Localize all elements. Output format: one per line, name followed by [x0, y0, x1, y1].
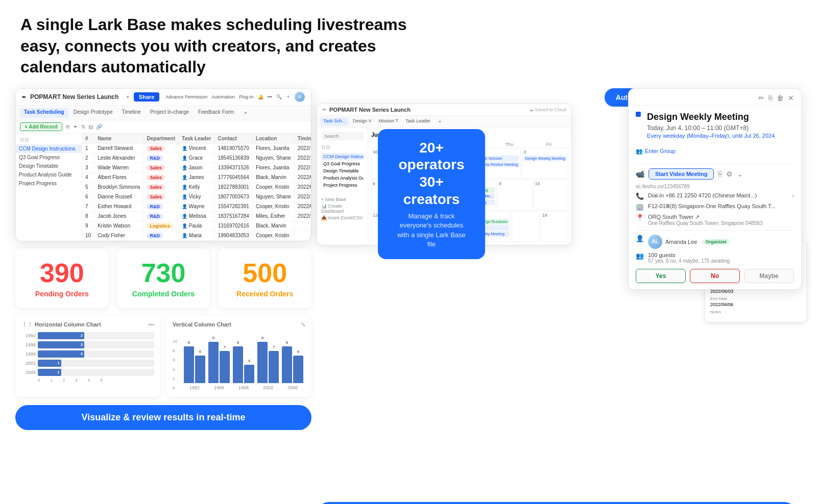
rsvp-row: Yes No Maybe [636, 269, 794, 283]
tab-feedback-form[interactable]: Feedback Form [194, 108, 238, 118]
cal-topbar: ⬅ POPMART New Series Launch ☁ Saved to C… [317, 104, 571, 116]
rsvp-maybe-button[interactable]: Maybe [744, 269, 794, 283]
chevron-down-icon[interactable]: ⌄ [737, 170, 743, 178]
cal-cell-19: 19 [541, 211, 568, 242]
cta-right-button[interactable]: Quickly create a team schedule calendar [317, 502, 797, 504]
cal-sidebar: Search 目目 CCM Design Instructions Q3 Goa… [317, 128, 368, 245]
sidebar-product-analysis[interactable]: Product Analysis Guide [16, 170, 82, 179]
copy-icon[interactable]: ⎘ [718, 170, 722, 178]
lark-topbar: ⬅ POPMART New Series Launch ★ Share Adva… [16, 89, 311, 106]
vbar-group: 84 [233, 346, 254, 383]
hbar-row: 2002 1 [21, 360, 154, 367]
cal-tab-tasksch[interactable]: Task Sch... [320, 117, 349, 126]
tab-design-prototype[interactable]: Design Prototype [69, 108, 117, 118]
enter-group-link[interactable]: 👥 Enter Group [636, 148, 676, 155]
cal-detail-popup: ✏ ⎘ 🗑 ✕ Design Weekly Meeting Today, Jun… [628, 88, 802, 290]
guests-icon: 👥 [636, 252, 644, 260]
organizer-name: Amanda Lee [665, 239, 697, 245]
close-icon[interactable]: ✕ [788, 94, 794, 102]
share-icon[interactable]: ⎘ [768, 94, 773, 102]
vbar-group: 97 [208, 342, 230, 383]
table-row: 7 Esther Howard R&D 👤 Wayne 15547282391 … [82, 201, 311, 211]
edit-icon[interactable]: ✏ [758, 94, 764, 102]
vbar-chart-area: 0246810 8697849786 19921996199820022006 [173, 332, 305, 390]
rsvp-yes-button[interactable]: Yes [636, 269, 686, 283]
location-name: ORQ South Tower ↗ [648, 214, 762, 220]
organizer-badge: Organizer [702, 239, 730, 245]
page-header: A single Lark Base makes scheduling live… [0, 0, 817, 88]
cal-tab-taskleader[interactable]: Task Leader [402, 117, 434, 126]
hbar-chart: 1992 2 1996 2 1998 2 2002 [21, 332, 154, 376]
room-text: F12-01Ⅲ(8) Singapore-One Raffles Quay So… [648, 203, 776, 210]
stats-row: 390 Pending Orders 730 Completed Orders … [15, 248, 311, 308]
tab-add[interactable]: ＋ [239, 108, 252, 118]
stats-bubble: 20+ operators 30+ creators Manage & trac… [378, 129, 485, 259]
rsvp-no-button[interactable]: No [690, 269, 740, 283]
cal-tab-add[interactable]: ＋ [435, 117, 445, 126]
tab-project-incharge[interactable]: Project In-charge [146, 108, 193, 118]
cdp-date: Today, Jun 4, 10:00 – 11:00 (GMT+8) [647, 124, 775, 132]
lark-base-mockup: ⬅ POPMART New Series Launch ★ Share Adva… [15, 88, 311, 241]
settings-icon[interactable]: ⚙ [726, 170, 733, 178]
left-panel: ⬅ POPMART New Series Launch ★ Share Adva… [10, 88, 317, 504]
req-notes-field: Notes [710, 310, 801, 314]
lark-toolbar: + Add Record ⚙ ⏷ ⇅ ▤ 🔗 [16, 120, 311, 134]
req-enddate-val: 2022/06/06 [710, 302, 801, 307]
add-record-button[interactable]: + Add Record [20, 122, 62, 131]
phone-icon: 📞 [636, 192, 644, 200]
sidebar-q3[interactable]: Q3 Goal Progress [16, 153, 82, 162]
cal-si-ccm[interactable]: CCM Design Instructions [321, 153, 364, 160]
lark-tabs: Task Scheduling Design Prototype Timelin… [16, 106, 311, 120]
people-icon: 👤 [636, 235, 644, 242]
cal-event: Design Weekly Meeting [523, 156, 567, 161]
sidebar-ccm[interactable]: CCM Design Instructions [16, 144, 82, 153]
cal-cell-3: 3 Design Weekly Meeting [522, 148, 568, 179]
cal-tab-missiont[interactable]: Mission T [376, 117, 401, 126]
cal-cell-9: 9 [497, 180, 532, 210]
table-row: 4 Albert Flores Sales 👤 James 1777604556… [82, 172, 311, 182]
completed-orders-card: 730 Completed Orders [117, 248, 210, 308]
cdp-recurrence: Every weekday (Monday–Friday), until Jul… [647, 133, 775, 139]
sidebar-project-progress[interactable]: Project Progress [16, 179, 82, 188]
col-location: Location [252, 134, 294, 144]
col-name: Name [94, 134, 143, 144]
cal-tab-designv[interactable]: Design V [350, 117, 375, 126]
hbar-row: 1996 2 [21, 341, 154, 348]
stats-bubble-line1: 20+ operators [393, 139, 470, 173]
organizer-avatar: AL [648, 235, 662, 249]
tab-task-scheduling[interactable]: Task Scheduling [20, 108, 68, 118]
dial-in-text: Dial-in +86 21 2250 4720 (Chinese Maint.… [648, 192, 757, 198]
lark-base-title: POPMART New Series Launch [30, 93, 122, 100]
vbar-group: 86 [282, 346, 303, 383]
sidebar-design-timetable[interactable]: Design Timetable [16, 162, 82, 170]
vc-link: vc.feishu.cn/123456789 [636, 184, 794, 189]
pending-number: 390 [23, 259, 101, 288]
cal-si-design[interactable]: Design Timetable [321, 167, 364, 174]
group-icon: 👥 [636, 148, 643, 155]
vertical-chart-card: Vertical Column Chart ⤡ 0246810 86978497… [166, 315, 311, 397]
trash-icon[interactable]: 🗑 [777, 94, 784, 102]
cdp-header: ✏ ⎘ 🗑 ✕ [629, 89, 801, 106]
tab-timeline[interactable]: Timeline [117, 108, 145, 118]
col-leader: Task Leader [179, 134, 215, 144]
cal-cell-10: 10 [534, 180, 568, 210]
col-dept: Department [143, 134, 179, 144]
hbar-row: 1992 2 [21, 332, 154, 339]
cal-search[interactable]: Search [321, 132, 364, 140]
dial-in-row: 📞 Dial-in +86 21 2250 4720 (Chinese Main… [636, 192, 794, 200]
h-chart-title: ⋮⋮ Horizontal Column Chart ••• [21, 321, 154, 328]
completed-label: Completed Orders [125, 290, 202, 298]
table-row: 10 Cody Fisher R&D 👤 Maria 19904833053 C… [82, 231, 311, 240]
share-button[interactable]: Share [134, 92, 160, 102]
building-icon: 🏢 [636, 203, 644, 211]
cta-left-button[interactable]: Visualize & review results in real-time [15, 405, 311, 430]
room-row: 🏢 F12-01Ⅲ(8) Singapore-One Raffles Quay … [636, 203, 794, 211]
table-row: 9 Kristin Watson Logistics 👤 Paula 13169… [82, 221, 311, 231]
organizer-row: 👤 AL Amanda Lee Organizer [636, 235, 794, 249]
cal-si-product[interactable]: Product Analysis Guide [321, 174, 364, 182]
guests-detail: 57 yes, 6 no, 4 maybe, 175 awaiting [648, 258, 730, 264]
cal-si-q3[interactable]: Q3 Goal Progress [321, 160, 364, 167]
start-video-btn[interactable]: Start Video Meeting [648, 168, 714, 180]
req-enddate-label: End Date [710, 296, 801, 301]
cal-si-project[interactable]: Project Progress [321, 182, 364, 189]
